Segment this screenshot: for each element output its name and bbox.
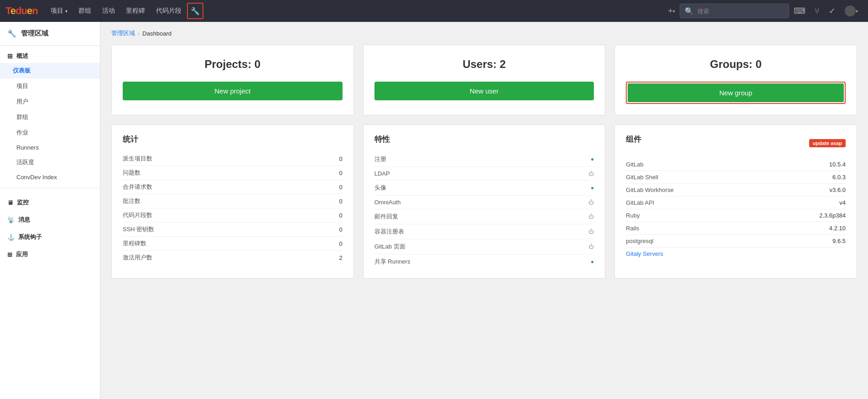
new-group-button[interactable]: New group bbox=[628, 83, 844, 102]
top-navigation: Teduen 项目 ▾ 群组 活动 里程碑 代码片段 🔧 + ▾ 🔍 ⌨ ⑂ ✓… bbox=[0, 0, 868, 22]
breadcrumb-current: Dashboard bbox=[142, 30, 172, 37]
search-input[interactable] bbox=[697, 8, 784, 15]
users-card: Users: 2 New user bbox=[363, 45, 606, 115]
list-item: Ruby2.3.6p384 bbox=[626, 209, 846, 222]
groups-card: Groups: 0 New group bbox=[614, 45, 857, 115]
nav-groups[interactable]: 群组 bbox=[73, 0, 97, 22]
sidebar-item-jobs[interactable]: 作业 bbox=[0, 125, 100, 140]
table-row: 批注数0 bbox=[123, 194, 343, 208]
disabled-icon: ⏻ bbox=[588, 228, 594, 235]
plus-button[interactable]: + ▾ bbox=[663, 0, 680, 22]
disabled-icon: ⏻ bbox=[588, 213, 594, 220]
gitaly-servers-link[interactable]: Gitaly Servers bbox=[626, 250, 663, 257]
enabled-icon: ● bbox=[591, 156, 594, 162]
nav-projects[interactable]: 项目 ▾ bbox=[45, 0, 73, 22]
keyboard-icon-btn[interactable]: ⌨ bbox=[789, 0, 810, 22]
list-item: GitLab APIv4 bbox=[626, 197, 846, 209]
sidebar-header: 🔧 管理区域 bbox=[0, 22, 100, 46]
merge-request-icon-btn[interactable]: ⑂ bbox=[810, 0, 824, 22]
list-item: GitLab 页面⏻ bbox=[374, 239, 594, 254]
list-item: Gitaly Servers bbox=[626, 248, 846, 260]
list-item: GitLab Shell6.0.3 bbox=[626, 171, 846, 184]
sidebar: 🔧 管理区域 ⊞ 概述 仪表板 项目 用户 群组 作业 Runners 活跃度 … bbox=[0, 22, 100, 399]
stats-list: 派生项目数0问题数0合并请求数0批注数0代码片段数0SSH 密钥数0里程碑数0激… bbox=[123, 152, 343, 264]
users-count: Users: 2 bbox=[374, 58, 594, 71]
stats-title: 统计 bbox=[123, 134, 343, 145]
plus-chevron-icon: ▾ bbox=[673, 9, 675, 14]
disabled-icon: ⏻ bbox=[588, 171, 594, 177]
new-project-button[interactable]: New project bbox=[123, 82, 343, 100]
projects-count: Projects: 0 bbox=[123, 58, 343, 71]
table-row: 里程碑数0 bbox=[123, 237, 343, 251]
chevron-down-icon: ▾ bbox=[65, 9, 68, 14]
nav-milestones[interactable]: 里程碑 bbox=[120, 0, 151, 22]
monitor-icon: 🖥 bbox=[7, 199, 13, 206]
enabled-icon: ● bbox=[591, 259, 594, 265]
components-title: 组件 bbox=[626, 134, 641, 145]
nav-activity[interactable]: 活动 bbox=[97, 0, 120, 22]
list-item: Rails4.2.10 bbox=[626, 222, 846, 235]
table-row: SSH 密钥数0 bbox=[123, 223, 343, 237]
sidebar-item-dashboard[interactable]: 仪表板 bbox=[0, 63, 100, 78]
list-item: 邮件回复⏻ bbox=[374, 209, 594, 224]
new-user-button[interactable]: New user bbox=[374, 82, 594, 100]
list-item: 头像● bbox=[374, 181, 594, 196]
logo[interactable]: Teduen bbox=[5, 5, 38, 17]
sidebar-item-users[interactable]: 用户 bbox=[0, 94, 100, 109]
todo-icon-btn[interactable]: ✓ bbox=[824, 0, 840, 22]
table-row: 派生项目数0 bbox=[123, 152, 343, 166]
table-row: 问题数0 bbox=[123, 166, 343, 180]
list-item: 共享 Runners● bbox=[374, 254, 594, 269]
search-icon: 🔍 bbox=[685, 7, 694, 16]
apps-icon: ⊞ bbox=[7, 251, 12, 258]
update-badge: update asap bbox=[809, 139, 846, 147]
summary-cards-row: Projects: 0 New project Users: 2 New use… bbox=[111, 45, 857, 115]
search-bar[interactable]: 🔍 bbox=[680, 4, 789, 18]
stats-card: 统计 派生项目数0问题数0合并请求数0批注数0代码片段数0SSH 密钥数0里程碑… bbox=[111, 124, 354, 279]
list-item: GitLab10.5.4 bbox=[626, 158, 846, 171]
list-item: 注册● bbox=[374, 152, 594, 167]
list-item: LDAP⏻ bbox=[374, 167, 594, 181]
user-chevron-icon: ▾ bbox=[856, 9, 858, 14]
main-content: 管理区域 › Dashboard Projects: 0 New project… bbox=[100, 22, 868, 399]
breadcrumb: 管理区域 › Dashboard bbox=[111, 29, 857, 37]
sidebar-section-overview: ⊞ 概述 bbox=[0, 46, 100, 63]
sidebar-section-monitor[interactable]: 🖥 监控 bbox=[0, 192, 100, 209]
features-list: 注册●LDAP⏻头像●OmniAuth⏻邮件回复⏻容器注册表⏻GitLab 页面… bbox=[374, 152, 594, 269]
sidebar-item-runners[interactable]: Runners bbox=[0, 140, 100, 155]
list-item: OmniAuth⏻ bbox=[374, 196, 594, 209]
enabled-icon: ● bbox=[591, 185, 594, 191]
projects-card: Projects: 0 New project bbox=[111, 45, 354, 115]
nav-snippets[interactable]: 代码片段 bbox=[151, 0, 187, 22]
grid-icon: ⊞ bbox=[7, 52, 13, 60]
features-title: 特性 bbox=[374, 134, 594, 145]
breadcrumb-parent[interactable]: 管理区域 bbox=[111, 29, 135, 37]
groups-count: Groups: 0 bbox=[626, 58, 846, 71]
components-card: 组件 update asap GitLab10.5.4GitLab Shell6… bbox=[614, 124, 857, 279]
wrench-icon: 🔧 bbox=[7, 29, 16, 38]
sidebar-item-convdev[interactable]: ConvDev Index bbox=[0, 170, 100, 184]
features-card: 特性 注册●LDAP⏻头像●OmniAuth⏻邮件回复⏻容器注册表⏻GitLab… bbox=[363, 124, 606, 279]
list-item: postgresql9.6.5 bbox=[626, 235, 846, 248]
table-row: 代码片段数0 bbox=[123, 208, 343, 223]
new-group-button-wrapper: New group bbox=[626, 82, 846, 104]
disabled-icon: ⏻ bbox=[588, 199, 594, 206]
detail-cards-row: 统计 派生项目数0问题数0合并请求数0批注数0代码片段数0SSH 密钥数0里程碑… bbox=[111, 124, 857, 279]
disabled-icon: ⏻ bbox=[588, 244, 594, 250]
admin-wrench-button[interactable]: 🔧 bbox=[187, 3, 203, 19]
list-item: GitLab Workhorsev3.6.0 bbox=[626, 184, 846, 197]
sidebar-item-activity[interactable]: 活跃度 bbox=[0, 155, 100, 170]
sidebar-section-hooks[interactable]: ⚓ 系统钩子 bbox=[0, 227, 100, 244]
user-avatar-btn[interactable]: ▾ bbox=[840, 0, 863, 22]
list-item: 容器注册表⏻ bbox=[374, 224, 594, 239]
table-row: 合并请求数0 bbox=[123, 180, 343, 194]
sidebar-section-apps[interactable]: ⊞ 应用 bbox=[0, 244, 100, 261]
components-list: GitLab10.5.4GitLab Shell6.0.3GitLab Work… bbox=[626, 158, 846, 260]
hook-icon: ⚓ bbox=[7, 234, 15, 241]
sidebar-item-groups[interactable]: 群组 bbox=[0, 109, 100, 125]
messages-icon: 📡 bbox=[7, 217, 15, 223]
table-row: 激活用户数2 bbox=[123, 251, 343, 264]
breadcrumb-separator: › bbox=[138, 30, 140, 37]
sidebar-section-messages[interactable]: 📡 消息 bbox=[0, 209, 100, 227]
sidebar-item-projects[interactable]: 项目 bbox=[0, 78, 100, 94]
